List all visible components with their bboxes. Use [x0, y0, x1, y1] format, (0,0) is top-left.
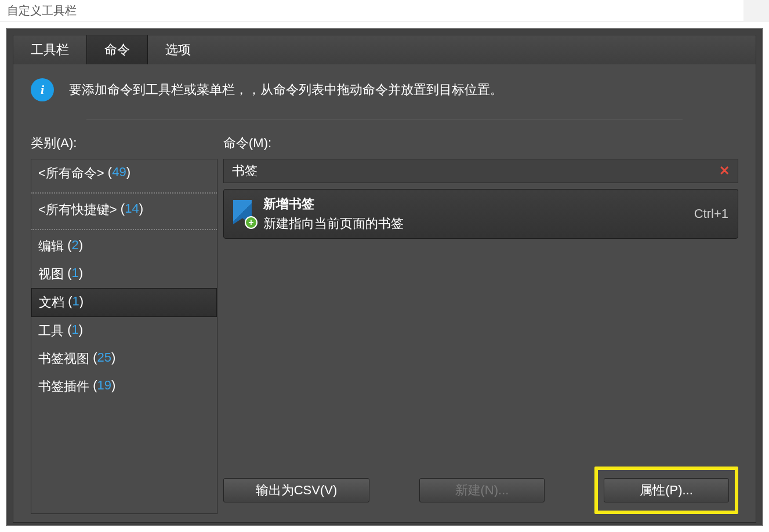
- category-column: 类别(A): <所有命令> (49) <所有快捷键> (14): [31, 134, 217, 514]
- category-name: 工具: [38, 322, 64, 340]
- new-button[interactable]: 新建(N)...: [419, 478, 545, 502]
- category-name: 文档: [39, 294, 64, 311]
- tab-commands[interactable]: 命令: [86, 35, 148, 64]
- footer-buttons: 输出为CSV(V) 新建(N)... 属性(P)...: [223, 457, 738, 514]
- category-count: 19: [97, 378, 111, 395]
- window-title: 自定义工具栏: [7, 3, 77, 19]
- command-description: 新建指向当前页面的书签: [263, 215, 687, 232]
- category-count: 2: [71, 238, 78, 255]
- outer-panel: 工具栏 命令 选项 i 要添加命令到工具栏或菜单栏，，从命令列表中拖动命令并放置…: [6, 28, 763, 526]
- category-name: 编辑: [38, 238, 64, 255]
- search-input[interactable]: [232, 163, 719, 178]
- category-bookmark-view[interactable]: 书签视图 (25): [31, 345, 217, 373]
- tabs: 工具栏 命令 选项: [13, 35, 756, 64]
- category-list: <所有命令> (49) <所有快捷键> (14) 编辑 (2: [31, 159, 217, 514]
- inner-panel: 工具栏 命令 选项 i 要添加命令到工具栏或菜单栏，，从命令列表中拖动命令并放置…: [13, 35, 756, 523]
- info-text: 要添加命令到工具栏或菜单栏，，从命令列表中拖动命令并放置到目标位置。: [69, 81, 503, 99]
- category-view[interactable]: 视图 (1): [31, 260, 217, 288]
- category-tools[interactable]: 工具 (1): [31, 317, 217, 345]
- clear-search-icon[interactable]: ✕: [719, 163, 730, 178]
- close-button[interactable]: ✕: [743, 0, 769, 22]
- search-row: ✕: [223, 159, 738, 183]
- command-list: + 新增书签 新建指向当前页面的书签 Ctrl+1: [223, 189, 738, 457]
- category-count: 49: [112, 165, 126, 182]
- category-name: 书签插件: [38, 378, 89, 395]
- export-csv-button[interactable]: 输出为CSV(V): [223, 478, 369, 502]
- category-document[interactable]: 文档 (1): [31, 288, 217, 317]
- command-title: 新增书签: [263, 195, 687, 213]
- bookmark-add-icon: +: [233, 200, 256, 228]
- info-icon: i: [31, 78, 54, 101]
- command-text: 新增书签 新建指向当前页面的书签: [263, 195, 687, 232]
- category-count: 1: [71, 265, 78, 283]
- category-label: 类别(A):: [31, 134, 217, 152]
- tab-options[interactable]: 选项: [148, 35, 208, 64]
- category-edit[interactable]: 编辑 (2): [31, 232, 217, 260]
- divider: [86, 119, 683, 119]
- category-count: 1: [71, 322, 78, 340]
- category-count: 25: [97, 350, 111, 367]
- highlight-annotation: 属性(P)...: [594, 467, 738, 514]
- category-name: 书签视图: [38, 350, 89, 367]
- command-column: 命令(M): ✕ + 新增书签 新建指: [223, 134, 738, 514]
- category-all-shortcuts[interactable]: <所有快捷键> (14): [31, 196, 217, 230]
- category-count: 14: [125, 201, 139, 218]
- category-count: 1: [72, 294, 79, 311]
- category-name: 视图: [38, 265, 64, 283]
- category-name: <所有快捷键>: [38, 201, 117, 218]
- columns: 类别(A): <所有命令> (49) <所有快捷键> (14): [31, 134, 738, 514]
- category-all-commands[interactable]: <所有命令> (49): [31, 159, 217, 194]
- content-area: i 要添加命令到工具栏或菜单栏，，从命令列表中拖动命令并放置到目标位置。 类别(…: [13, 64, 756, 522]
- command-label: 命令(M):: [223, 134, 738, 152]
- properties-button[interactable]: 属性(P)...: [604, 478, 729, 502]
- category-name: <所有命令>: [38, 165, 104, 182]
- command-item[interactable]: + 新增书签 新建指向当前页面的书签 Ctrl+1: [223, 189, 738, 239]
- category-bookmark-plugin[interactable]: 书签插件 (19): [31, 373, 217, 400]
- title-bar: 自定义工具栏 ✕: [0, 0, 769, 22]
- tab-toolbar[interactable]: 工具栏: [13, 35, 86, 64]
- command-shortcut: Ctrl+1: [694, 206, 728, 221]
- info-row: i 要添加命令到工具栏或菜单栏，，从命令列表中拖动命令并放置到目标位置。: [31, 78, 738, 101]
